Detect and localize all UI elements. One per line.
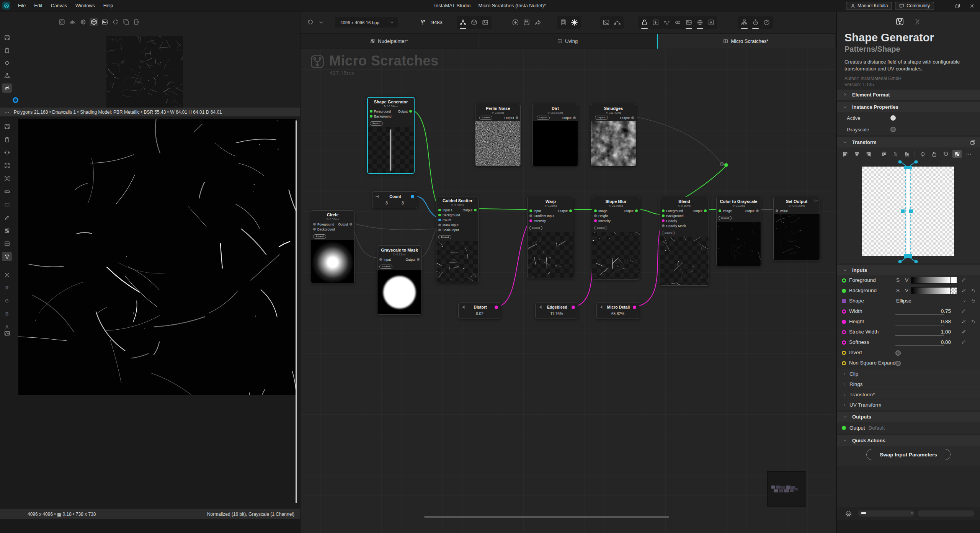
node-graph-button[interactable] bbox=[459, 19, 467, 26]
undo-button[interactable] bbox=[307, 19, 314, 26]
port-dot[interactable] bbox=[662, 219, 665, 222]
save-button[interactable] bbox=[2, 122, 12, 131]
input-port-dot[interactable] bbox=[842, 330, 846, 334]
node-dirt[interactable]: Dirt↻ 208.60msExpandOutput bbox=[532, 104, 578, 166]
bolt-box-button[interactable] bbox=[652, 19, 659, 26]
port-dot[interactable] bbox=[719, 209, 721, 212]
a-doc-button[interactable] bbox=[707, 19, 715, 26]
dropdown-value[interactable]: Ellipse bbox=[896, 298, 911, 304]
divider-left[interactable] bbox=[300, 11, 301, 533]
viewport-3d-preview[interactable] bbox=[106, 36, 183, 111]
port-dot[interactable] bbox=[529, 219, 532, 222]
port-dot[interactable] bbox=[379, 258, 382, 261]
texture-2d-preview[interactable] bbox=[18, 119, 296, 395]
port-dot[interactable] bbox=[495, 306, 498, 309]
port-dot[interactable] bbox=[633, 306, 636, 309]
port-dot[interactable] bbox=[417, 258, 420, 261]
eye-off-button[interactable] bbox=[2, 83, 12, 93]
node-micro-detail[interactable]: Micro Detail65.82% bbox=[596, 302, 639, 319]
wire[interactable] bbox=[637, 209, 663, 214]
atlas-button[interactable] bbox=[571, 19, 578, 26]
edit-icon[interactable] bbox=[962, 288, 966, 293]
rect-tool-button[interactable] bbox=[2, 200, 12, 209]
port-dot[interactable] bbox=[313, 223, 316, 226]
port-dot[interactable] bbox=[529, 209, 532, 212]
menu-edit[interactable]: Edit bbox=[30, 2, 46, 10]
expand-pill[interactable]: Expand bbox=[662, 231, 675, 235]
funnel-button[interactable] bbox=[2, 252, 12, 261]
menu-help[interactable]: Help bbox=[100, 2, 117, 10]
node-guided-scatter[interactable]: Guided Scatter↻ 9.39msInput 1OutputBackg… bbox=[436, 196, 479, 283]
align-bottom-button[interactable] bbox=[902, 150, 911, 158]
dots-button[interactable] bbox=[964, 150, 973, 158]
port-dot[interactable] bbox=[438, 209, 441, 211]
section-header-element-format[interactable]: Element Format bbox=[837, 90, 980, 100]
port-dot[interactable] bbox=[631, 116, 634, 119]
transform-shape-gizmo[interactable] bbox=[858, 160, 958, 263]
more-options-icon[interactable] bbox=[0, 110, 14, 115]
revert-icon[interactable] bbox=[971, 288, 976, 293]
globe-button[interactable] bbox=[696, 19, 704, 26]
pen-button[interactable] bbox=[2, 213, 12, 222]
node-distort[interactable]: Distort0.02 bbox=[458, 302, 501, 319]
node-smudges[interactable]: Smudges↻ 211.42msExpandOutput bbox=[591, 104, 636, 166]
caret-down-button[interactable] bbox=[318, 19, 325, 26]
menu-file[interactable]: File bbox=[14, 2, 29, 10]
zoom-slider[interactable] bbox=[858, 510, 915, 517]
plus-oct-button[interactable] bbox=[512, 19, 519, 26]
port-dot[interactable] bbox=[438, 224, 441, 226]
inspector-tab-lambda[interactable] bbox=[913, 17, 922, 26]
mesh-badge[interactable] bbox=[13, 97, 18, 103]
v-toggle[interactable]: V bbox=[905, 277, 908, 283]
bezier-button[interactable] bbox=[614, 19, 621, 26]
export-out-icon[interactable] bbox=[814, 199, 818, 203]
checker-sm-button[interactable] bbox=[952, 150, 962, 158]
port-dot[interactable] bbox=[409, 110, 412, 113]
clipboard-button[interactable] bbox=[2, 135, 12, 144]
checker-button[interactable] bbox=[2, 226, 12, 235]
node-value[interactable]: 65.82% bbox=[611, 312, 624, 316]
link-button[interactable] bbox=[674, 19, 681, 26]
export-door-button[interactable] bbox=[132, 18, 141, 26]
pop-out-icon[interactable] bbox=[970, 140, 975, 145]
input-value[interactable]: 1.00 bbox=[928, 329, 951, 335]
cube-button[interactable] bbox=[470, 19, 478, 26]
input-port-dot[interactable] bbox=[842, 289, 846, 293]
sun-button[interactable] bbox=[2, 270, 12, 280]
tab-micro-scratches[interactable]: Micro Scratches* bbox=[657, 34, 835, 49]
save-button[interactable] bbox=[2, 33, 12, 42]
oven-button[interactable] bbox=[560, 19, 567, 26]
terminal-button[interactable] bbox=[603, 19, 610, 26]
target-button[interactable] bbox=[2, 148, 12, 157]
secondary-slider[interactable] bbox=[918, 510, 974, 517]
slider-track[interactable] bbox=[895, 325, 944, 325]
crosshair-button[interactable] bbox=[918, 150, 927, 158]
port-dot[interactable] bbox=[313, 228, 316, 231]
viewport-2d-scrollbar[interactable] bbox=[296, 120, 297, 503]
input-value[interactable]: 0.88 bbox=[928, 319, 951, 324]
port-dot[interactable] bbox=[756, 209, 759, 212]
node-circle[interactable]: Circle↻ 0.10msForegroundOutputBackground… bbox=[311, 210, 354, 283]
port-dot[interactable] bbox=[438, 219, 441, 221]
expand-pill[interactable]: Expand bbox=[719, 216, 732, 220]
uvgrid-button[interactable] bbox=[68, 18, 77, 26]
port-dot[interactable] bbox=[776, 209, 778, 212]
align-left-button[interactable] bbox=[841, 150, 850, 158]
node-slope-blur[interactable]: Slope Blur↻ 21.95msImageOutputHeightInte… bbox=[592, 197, 640, 280]
gear-button[interactable] bbox=[79, 18, 87, 26]
seed-control[interactable]: 9483 bbox=[417, 16, 445, 29]
unlock-button[interactable] bbox=[641, 19, 648, 26]
collapsed-group-rings[interactable]: Rings bbox=[837, 379, 980, 389]
node-value[interactable]: 11.76% bbox=[550, 312, 563, 316]
inspector-tab-branch-box[interactable] bbox=[895, 17, 904, 26]
image-button[interactable] bbox=[685, 19, 693, 26]
port-dot[interactable] bbox=[529, 214, 532, 217]
port-dot[interactable] bbox=[438, 229, 441, 231]
divider-right[interactable] bbox=[836, 11, 837, 533]
wire[interactable] bbox=[351, 223, 439, 230]
node-perlin-noise[interactable]: Perlin Noise↻ 2.59msExpandOutput bbox=[475, 104, 521, 166]
node-edgebleed[interactable]: Edgebleed11.76% bbox=[535, 302, 578, 319]
align-center-v-button[interactable] bbox=[852, 150, 861, 158]
port-dot[interactable] bbox=[594, 214, 597, 217]
community-button[interactable]: Community bbox=[895, 2, 934, 10]
